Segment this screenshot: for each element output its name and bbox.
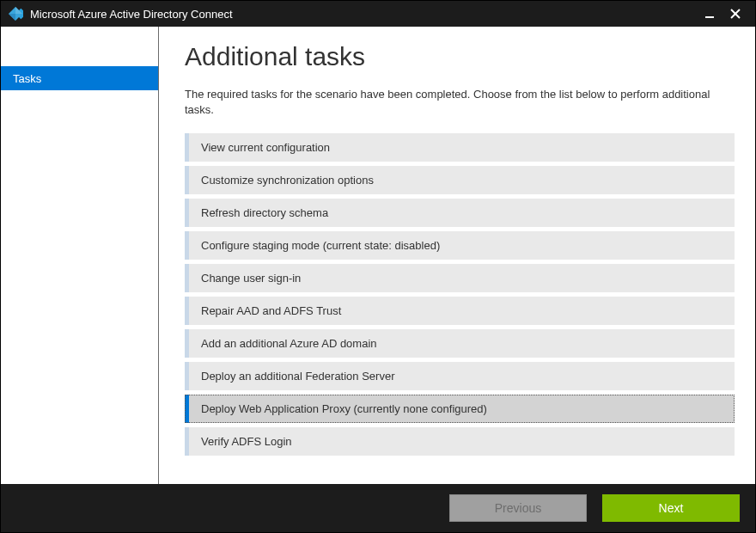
- task-item-label: Change user sign-in: [201, 272, 301, 285]
- task-item-label: View current configuration: [201, 141, 330, 154]
- task-item[interactable]: Customize synchronization options: [185, 166, 735, 194]
- body-area: Tasks Additional tasks The required task…: [1, 27, 755, 484]
- task-list: View current configurationCustomize sync…: [185, 133, 735, 456]
- app-window: Microsoft Azure Active Directory Connect…: [0, 0, 756, 533]
- window-title: Microsoft Azure Active Directory Connect: [30, 8, 697, 21]
- sidebar: Tasks: [1, 27, 159, 484]
- task-item-label: Configure staging mode (current state: d…: [201, 239, 440, 252]
- task-item-label: Refresh directory schema: [201, 206, 328, 219]
- main-panel: Additional tasks The required tasks for …: [159, 27, 755, 484]
- task-item[interactable]: Refresh directory schema: [185, 199, 735, 227]
- page-title: Additional tasks: [185, 42, 735, 71]
- task-item[interactable]: Deploy Web Application Proxy (currently …: [185, 395, 735, 423]
- task-item-label: Deploy Web Application Proxy (currently …: [201, 402, 487, 415]
- page-description: The required tasks for the scenario have…: [185, 87, 735, 118]
- task-item-label: Add an additional Azure AD domain: [201, 337, 377, 350]
- titlebar: Microsoft Azure Active Directory Connect: [1, 1, 755, 27]
- task-item-label: Customize synchronization options: [201, 174, 374, 187]
- footer-bar: Previous Next: [1, 484, 755, 532]
- task-item-label: Verify ADFS Login: [201, 435, 292, 448]
- next-button[interactable]: Next: [602, 494, 740, 522]
- minimize-button[interactable]: [697, 1, 722, 27]
- close-button[interactable]: [722, 1, 748, 27]
- sidebar-item-label: Tasks: [13, 72, 41, 85]
- azure-ad-connect-icon: [8, 6, 23, 21]
- svg-marker-4: [9, 14, 15, 21]
- task-item[interactable]: Change user sign-in: [185, 264, 735, 292]
- sidebar-item-tasks[interactable]: Tasks: [1, 66, 158, 90]
- task-item[interactable]: Repair AAD and ADFS Trust: [185, 297, 735, 325]
- svg-rect-5: [705, 16, 714, 18]
- task-item[interactable]: Deploy an additional Federation Server: [185, 362, 735, 390]
- task-item[interactable]: Configure staging mode (current state: d…: [185, 231, 735, 260]
- task-item-label: Repair AAD and ADFS Trust: [201, 304, 341, 317]
- task-item[interactable]: View current configuration: [185, 133, 735, 162]
- previous-button[interactable]: Previous: [449, 494, 587, 522]
- task-item[interactable]: Verify ADFS Login: [185, 427, 735, 456]
- task-item-label: Deploy an additional Federation Server: [201, 370, 394, 383]
- task-item[interactable]: Add an additional Azure AD domain: [185, 329, 735, 358]
